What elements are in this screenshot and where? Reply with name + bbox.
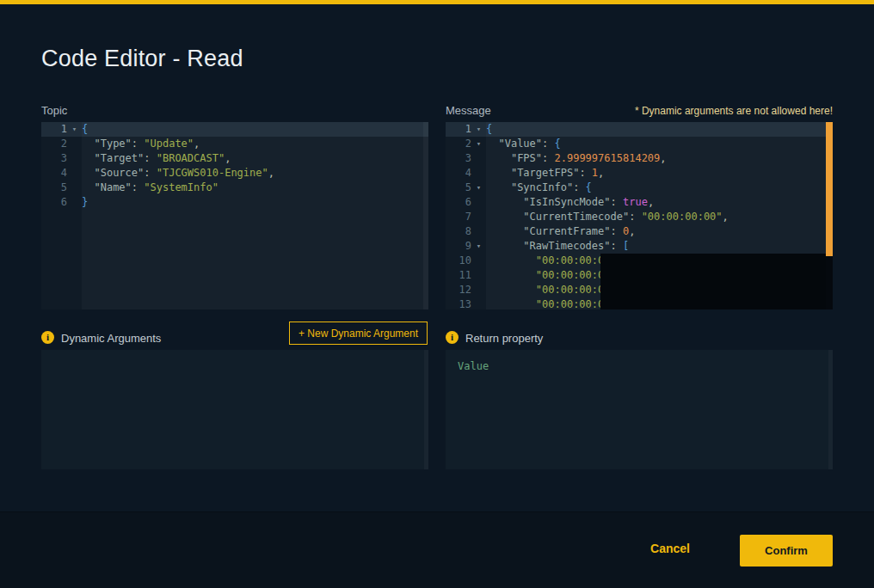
fold-spacer — [67, 151, 82, 166]
line-number: 3 — [446, 151, 471, 166]
line-number: 4 — [446, 166, 471, 181]
line-number: 4 — [41, 166, 67, 181]
line-number: 13 — [446, 297, 471, 309]
message-scrollbar-track[interactable] — [826, 122, 833, 309]
cancel-button[interactable]: Cancel — [645, 541, 695, 556]
token: : — [579, 167, 591, 179]
panel-scrollbar-track — [828, 350, 833, 469]
code-text: "Type": "Update", — [82, 137, 200, 151]
token — [486, 167, 511, 179]
code-line[interactable]: 6 "IsInSyncMode": true, — [446, 195, 833, 210]
token: : — [611, 196, 623, 208]
token: "Target" — [94, 152, 144, 164]
token: "Source" — [94, 167, 144, 179]
fold-spacer — [471, 166, 486, 181]
info-icon[interactable]: i — [446, 331, 459, 344]
accent-top-bar — [0, 0, 874, 4]
fold-spacer — [471, 151, 486, 166]
fold-arrow-icon[interactable]: ▾ — [67, 122, 82, 137]
token: [ — [623, 240, 629, 252]
topic-label: Topic — [41, 104, 67, 117]
token: { — [486, 123, 492, 135]
new-dynamic-argument-button[interactable]: + New Dynamic Argument — [289, 322, 428, 345]
token: : — [132, 181, 144, 193]
line-number: 1 — [41, 122, 67, 137]
token: } — [82, 196, 88, 208]
code-line[interactable]: 2▾ "Value": { — [446, 137, 833, 151]
line-number: 6 — [41, 195, 67, 210]
token: : — [611, 240, 623, 252]
code-line[interactable]: 3 "FPS": 2.999997615814209, — [446, 151, 833, 166]
code-line[interactable]: 1▾{ — [446, 122, 833, 137]
topic-code-editor[interactable]: 1▾{2 "Type": "Update",3 "Target": "BROAD… — [41, 122, 428, 309]
token: : — [542, 152, 554, 164]
info-icon[interactable]: i — [41, 331, 54, 344]
token: : — [144, 167, 156, 179]
token: "TJCGWS010-Engine" — [157, 167, 268, 179]
token — [486, 269, 536, 281]
token — [82, 152, 94, 164]
message-scrollbar-thumb[interactable] — [826, 122, 833, 256]
token: "Name" — [94, 181, 131, 193]
line-number: 2 — [446, 137, 471, 151]
token: "00:00:00:00" — [642, 211, 723, 223]
fold-spacer — [67, 137, 82, 151]
token — [486, 240, 523, 252]
token: , — [648, 196, 654, 208]
code-line[interactable]: 3 "Target": "BROADCAST", — [41, 151, 428, 166]
code-text: { — [486, 122, 492, 137]
topic-scrollbar-track[interactable] — [423, 122, 428, 309]
code-line[interactable]: 4 "TargetFPS": 1, — [446, 166, 833, 181]
fold-arrow-icon[interactable]: ▾ — [471, 137, 486, 151]
token: { — [82, 123, 88, 135]
fold-arrow-icon[interactable]: ▾ — [471, 181, 486, 195]
token: "BROADCAST" — [157, 152, 225, 164]
token: "Update" — [144, 138, 194, 150]
code-text: "TargetFPS": 1, — [486, 166, 604, 181]
token — [486, 152, 511, 164]
token: { — [554, 138, 560, 150]
line-number: 3 — [41, 151, 67, 166]
code-text: "FPS": 2.999997615814209, — [486, 151, 667, 166]
token: , — [598, 167, 604, 179]
code-line[interactable]: 6} — [41, 195, 428, 210]
token: , — [194, 138, 200, 150]
token — [486, 254, 536, 266]
code-line[interactable]: 9▾ "RawTimecodes": [ — [446, 239, 833, 254]
token: "TargetFPS" — [511, 167, 579, 179]
line-number: 5 — [446, 181, 471, 195]
fold-arrow-icon[interactable]: ▾ — [471, 239, 486, 254]
confirm-button[interactable]: Confirm — [740, 535, 833, 567]
token: , — [225, 152, 231, 164]
token — [82, 167, 94, 179]
token: "RawTimecodes" — [523, 240, 610, 252]
code-line[interactable]: 2 "Type": "Update", — [41, 137, 428, 151]
code-line[interactable]: 1▾{ — [41, 122, 428, 137]
return-property-label: Return property — [465, 332, 543, 345]
line-number: 12 — [446, 283, 471, 297]
token: : — [611, 225, 623, 237]
code-text: "IsInSyncMode": true, — [486, 195, 654, 210]
code-line[interactable]: 7 "CurrentTimecode": "00:00:00:00", — [446, 210, 833, 224]
token — [486, 284, 536, 296]
token: : — [144, 152, 156, 164]
return-property-value[interactable]: Value — [446, 350, 833, 383]
code-line[interactable]: 8 "CurrentFrame": 0, — [446, 224, 833, 239]
code-line[interactable]: 4 "Source": "TJCGWS010-Engine", — [41, 166, 428, 181]
page-title: Code Editor - Read — [41, 46, 243, 72]
return-property-panel[interactable]: Value — [446, 350, 833, 469]
fold-arrow-icon[interactable]: ▾ — [471, 122, 486, 137]
token: : — [132, 138, 144, 150]
token: "Type" — [94, 138, 131, 150]
code-text: "RawTimecodes": [ — [486, 239, 629, 254]
fold-spacer — [471, 297, 486, 309]
token — [486, 211, 523, 223]
fold-spacer — [471, 224, 486, 239]
code-line[interactable]: 5▾ "SyncInfo": { — [446, 181, 833, 195]
token: "SystemInfo" — [144, 181, 218, 193]
message-code-editor[interactable]: 1▾{2▾ "Value": {3 "FPS": 2.9999976158142… — [446, 122, 833, 309]
code-line[interactable]: 5 "Name": "SystemInfo" — [41, 181, 428, 195]
token: , — [629, 225, 635, 237]
dynamic-arguments-note: * Dynamic arguments are not allowed here… — [635, 105, 833, 117]
token: , — [660, 152, 666, 164]
